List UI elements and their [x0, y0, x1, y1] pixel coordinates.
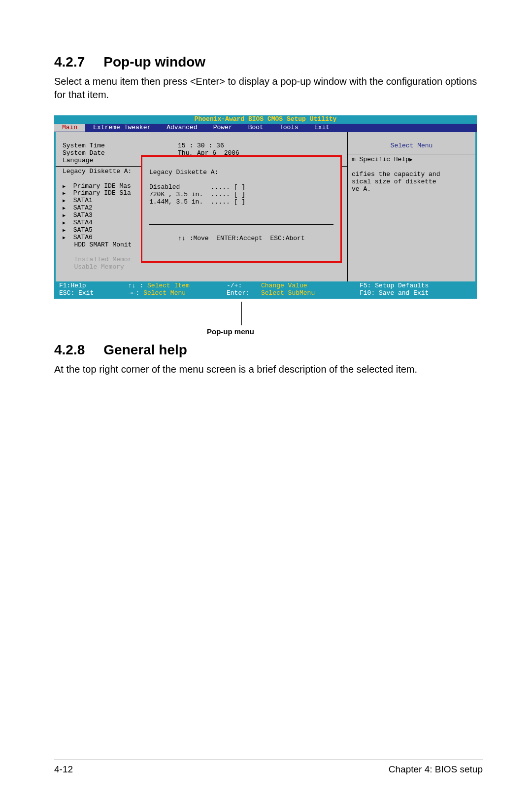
section-title: General help	[103, 342, 187, 357]
hint-select-item: ↑↓ : Select Item	[128, 282, 227, 290]
section-body: Select a menu item then press <Enter> to…	[54, 75, 483, 102]
popup-window: Legacy Diskette A: Disabled ..... [ ] 72…	[141, 155, 342, 263]
popup-title: Legacy Diskette A:	[149, 169, 218, 176]
help-text: ve A.	[352, 185, 371, 193]
hint-enter-key: Enter:	[227, 290, 261, 297]
chevron-right-icon	[63, 183, 69, 190]
chevron-right-icon	[63, 212, 69, 219]
menu-boot[interactable]: Boot	[240, 124, 271, 132]
menu-power[interactable]: Power	[205, 124, 240, 132]
row-primary-ide-master[interactable]: Primary IDE Mas	[73, 182, 131, 190]
chevron-right-icon	[63, 190, 69, 197]
section-heading: 4.2.8General help	[54, 342, 483, 358]
hint-save-exit: F10: Save and Exit	[360, 290, 468, 297]
bios-footer: F1:Help ↑↓ : Select Item -/+: Change Val…	[54, 281, 477, 299]
row-sata1[interactable]: SATA1	[73, 197, 93, 204]
section-title: Pop-up window	[103, 54, 205, 70]
page-footer: 4-12 Chapter 4: BIOS setup	[54, 760, 483, 775]
bios-right-pane: Select Menum Specific Help cifies the ca…	[347, 132, 475, 281]
chevron-right-icon	[63, 234, 69, 242]
row-hdd-smart[interactable]: HDD SMART Monit	[74, 241, 132, 248]
menu-tools[interactable]: Tools	[271, 124, 306, 132]
hint-change-value-key: -/+:	[227, 282, 261, 290]
page-number: 4-12	[54, 764, 73, 775]
callout: Pop-up menu	[54, 303, 477, 337]
callout-line	[241, 302, 242, 325]
divider	[149, 224, 333, 225]
hint-select-submenu: Select SubMenu	[261, 290, 360, 297]
item-specific-help-label: m Specific Help	[352, 156, 413, 163]
select-menu-label: Select Menu	[352, 142, 471, 150]
menu-advanced[interactable]: Advanced	[159, 124, 205, 132]
hint-f1-help: F1:Help	[59, 282, 128, 290]
chapter-label: Chapter 4: BIOS setup	[389, 764, 483, 775]
section-number: 4.2.8	[54, 342, 85, 358]
bios-menubar: Main Extreme Tweaker Advanced Power Boot…	[54, 124, 477, 132]
help-text: cifies the capacity and	[352, 171, 440, 178]
row-sata3[interactable]: SATA3	[73, 211, 93, 219]
bios-body: System Time 15 : 30 : 36 System Date Thu…	[54, 132, 477, 281]
row-sata4[interactable]: SATA4	[73, 219, 93, 226]
popup-option-disabled[interactable]: Disabled ..... [ ]	[149, 183, 245, 191]
menu-exit[interactable]: Exit	[306, 124, 337, 132]
help-text: sical size of diskette	[352, 178, 436, 185]
row-installed-memory: Installed Memor	[74, 256, 132, 263]
chevron-right-icon	[63, 219, 69, 227]
chevron-right-icon	[63, 205, 69, 212]
row-sata5[interactable]: SATA5	[73, 226, 93, 234]
section-body: At the top right corner of the menu scre…	[54, 363, 483, 376]
hint-select-menu: →←: Select Menu	[128, 290, 227, 297]
menu-main[interactable]: Main	[54, 124, 85, 132]
chevron-right-icon	[63, 197, 69, 205]
hint-change-value: Change Value	[261, 282, 360, 290]
popup-option-1-44m[interactable]: 1.44M, 3.5 in. ..... [ ]	[149, 198, 245, 206]
popup-nav-hint: ↑↓ :Move ENTER:Accept ESC:Abort	[149, 235, 333, 243]
row-primary-ide-slave[interactable]: Primary IDE Sla	[73, 189, 131, 197]
chevron-right-icon	[409, 156, 413, 163]
menu-extreme-tweaker[interactable]: Extreme Tweaker	[85, 124, 159, 132]
bios-screenshot: Phoenix-Award BIOS CMOS Setup Utility Ma…	[54, 115, 477, 299]
row-sata2[interactable]: SATA2	[73, 204, 93, 211]
bios-title: Phoenix-Award BIOS CMOS Setup Utility	[54, 115, 477, 124]
row-system-time[interactable]: System Time 15 : 30 : 36	[63, 142, 224, 149]
row-usable-memory: Usable Memory	[74, 263, 124, 271]
hint-setup-defaults: F5: Setup Defaults	[360, 282, 468, 290]
row-legacy-diskette-a[interactable]: Legacy Diskette A:	[63, 168, 132, 175]
row-sata6[interactable]: SATA6	[73, 234, 93, 241]
section-number: 4.2.7	[54, 54, 85, 70]
section-heading: 4.2.7Pop-up window	[54, 54, 483, 70]
popup-option-720k[interactable]: 720K , 3.5 in. ..... [ ]	[149, 191, 245, 198]
callout-label: Pop-up menu	[207, 327, 254, 336]
chevron-right-icon	[63, 227, 69, 234]
hint-esc-exit: ESC: Exit	[59, 290, 128, 297]
